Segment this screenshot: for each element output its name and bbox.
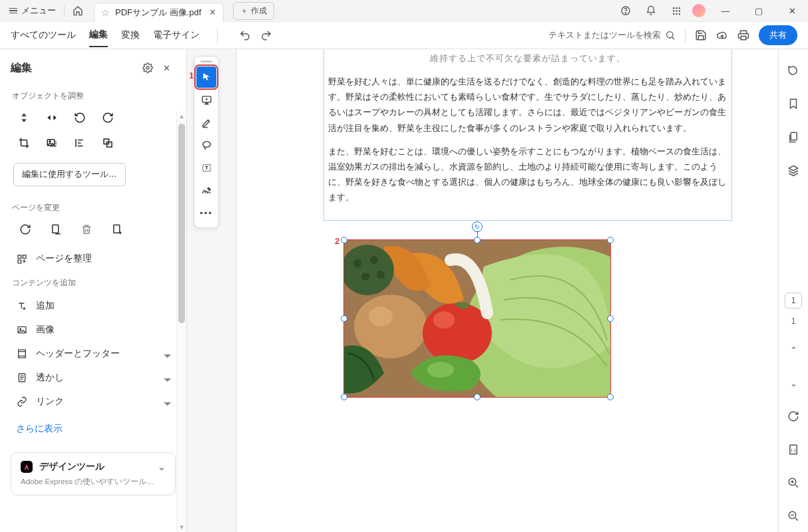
watermark-item[interactable]: 透かし ◢ <box>0 366 186 390</box>
rotate-cw-button[interactable] <box>100 110 116 126</box>
bookmarks-panel-button[interactable] <box>784 94 803 113</box>
design-tools-card[interactable]: デザインツール ⌄ Adobe Express の使いやすいツール… <box>11 452 176 495</box>
left-scrollbar[interactable]: ▲ ▼ <box>176 112 186 532</box>
toolbar-drag-handle[interactable] <box>200 61 212 63</box>
tab-esign[interactable]: 電子サイン <box>153 24 200 47</box>
undo-button[interactable] <box>239 29 251 41</box>
page-down-button[interactable]: ⌄ <box>784 374 803 392</box>
comment-tool[interactable] <box>196 89 216 110</box>
arrange-button[interactable] <box>100 135 116 151</box>
show-more-link[interactable]: さらに表示 <box>0 414 186 444</box>
textbox-tool[interactable] <box>196 157 216 178</box>
resize-handle-se[interactable] <box>607 394 614 400</box>
tab-all-tools[interactable]: すべてのツール <box>11 24 76 47</box>
more-tools[interactable]: ••• <box>196 202 216 223</box>
resize-handle-ne[interactable] <box>607 237 614 243</box>
link-label: リンク <box>36 396 64 408</box>
highlight-tool[interactable] <box>196 112 216 133</box>
flip-vertical-button[interactable] <box>16 110 32 126</box>
help-button[interactable] <box>616 1 635 20</box>
fit-page-icon: 1:1 <box>787 444 799 456</box>
page-up-button[interactable]: ⌃ <box>784 340 803 359</box>
resize-handle-e[interactable] <box>607 315 614 322</box>
link-item[interactable]: リンク ◢ <box>0 390 186 414</box>
crop-button[interactable] <box>16 135 32 151</box>
flip-h-icon <box>46 112 58 124</box>
new-tab-button[interactable]: ＋ 作成 <box>233 2 274 20</box>
panel-title: 編集 <box>11 61 138 75</box>
annotation-marker-2: 2 <box>335 236 339 246</box>
zoom-in-button[interactable] <box>784 473 803 492</box>
zoom-out-button[interactable] <box>784 507 803 525</box>
header-footer-item[interactable]: ヘッダーとフッター ◢ <box>0 342 186 366</box>
home-button[interactable] <box>69 1 87 20</box>
selected-image[interactable]: 2 ↻ <box>343 239 611 398</box>
window-minimize[interactable]: — <box>712 0 739 21</box>
tab-convert[interactable]: 変換 <box>121 24 140 47</box>
share-button[interactable]: 共有 <box>759 25 797 45</box>
edit-tools-button[interactable]: 編集に使用するツール… <box>13 163 126 186</box>
resize-handle-sw[interactable] <box>341 394 347 400</box>
extract-page-button[interactable] <box>48 221 64 237</box>
scroll-up-icon[interactable]: ▲ <box>177 112 186 121</box>
menu-button[interactable]: メニュー <box>5 2 60 19</box>
align-button[interactable] <box>72 135 88 151</box>
rotate-ccw-button[interactable] <box>72 110 88 126</box>
print-button[interactable] <box>737 29 749 41</box>
add-text-item[interactable]: 追加 <box>0 294 186 318</box>
notification-button[interactable] <box>642 1 660 20</box>
svg-point-1 <box>625 13 626 13</box>
search-box[interactable]: テキストまたはツールを検索 <box>548 29 676 41</box>
delete-page-button[interactable] <box>79 221 95 237</box>
select-tool[interactable] <box>196 66 216 88</box>
organize-pages-item[interactable]: ページを整理 <box>0 247 186 271</box>
tab-edit[interactable]: 編集 <box>89 23 108 47</box>
document-tab[interactable]: ☆ PDFサンプル 画像.pdf ✕ <box>94 3 224 22</box>
sign-tool[interactable] <box>196 180 216 201</box>
save-button[interactable] <box>695 29 707 41</box>
resize-handle-n[interactable] <box>474 237 481 243</box>
draw-tool[interactable] <box>196 134 216 156</box>
scroll-down-icon[interactable]: ▼ <box>177 523 186 532</box>
quick-tools-toolbar[interactable]: 1 ••• <box>194 56 219 228</box>
svg-point-5 <box>672 10 674 12</box>
text-block[interactable]: 維持する上で不可欠な要素が詰まっています。 野菜を好む人々は、単に健康的な生活を… <box>323 49 732 221</box>
window-close[interactable]: ✕ <box>779 0 805 21</box>
layers-panel-button[interactable] <box>784 161 803 180</box>
panel-close-button[interactable]: ✕ <box>157 59 176 77</box>
comments-panel-button[interactable] <box>784 61 803 80</box>
tab-close-button[interactable]: ✕ <box>209 7 216 17</box>
tab-title: PDFサンプル 画像.pdf <box>115 7 201 19</box>
panel-settings-button[interactable] <box>138 59 157 77</box>
undo-icon <box>239 29 251 41</box>
resize-handle-w[interactable] <box>341 315 347 322</box>
pages-panel-button[interactable] <box>784 128 803 146</box>
document-area[interactable]: 維持する上で不可欠な要素が詰まっています。 野菜を好む人々は、単に健康的な生活を… <box>187 49 778 532</box>
add-image-item[interactable]: 画像 <box>0 318 186 342</box>
rotate-view-button[interactable] <box>784 407 803 426</box>
home-icon <box>73 5 83 16</box>
chat-icon <box>787 65 799 76</box>
avatar[interactable] <box>692 4 706 17</box>
replace-image-button[interactable] <box>44 135 60 151</box>
svg-point-32 <box>433 311 455 329</box>
pdf-page[interactable]: 維持する上で不可欠な要素が詰まっています。 野菜を好む人々は、単に健康的な生活を… <box>237 49 778 532</box>
rotate-page-button[interactable] <box>17 221 33 237</box>
svg-point-8 <box>672 13 674 15</box>
redo-button[interactable] <box>260 29 272 41</box>
flip-horizontal-button[interactable] <box>44 110 60 126</box>
link-icon <box>17 396 27 407</box>
resize-handle-s[interactable] <box>474 394 481 400</box>
apps-button[interactable] <box>667 1 686 20</box>
cloud-button[interactable] <box>716 29 728 41</box>
fit-page-button[interactable]: 1:1 <box>784 440 803 459</box>
star-icon[interactable]: ☆ <box>101 7 110 18</box>
header-footer-icon <box>17 348 27 359</box>
chevron-icon: ◢ <box>163 349 172 358</box>
resize-handle-nw[interactable] <box>341 237 347 243</box>
adobe-express-icon <box>21 461 33 473</box>
insert-page-button[interactable] <box>109 221 125 237</box>
window-maximize[interactable]: ▢ <box>745 0 772 21</box>
scroll-thumb[interactable] <box>178 124 185 323</box>
page-number-input[interactable]: 1 <box>785 293 802 309</box>
